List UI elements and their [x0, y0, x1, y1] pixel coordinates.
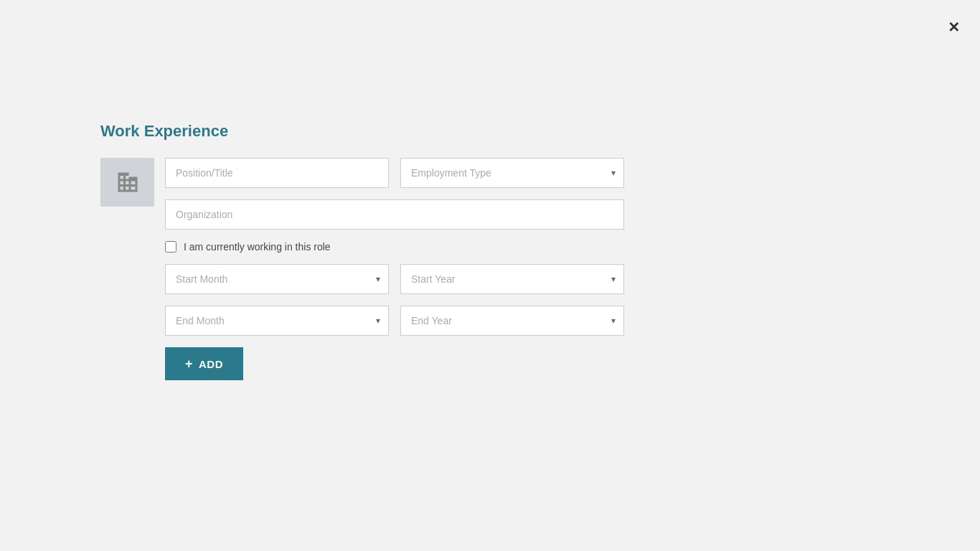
end-month-wrapper: End Month January February March April M… [165, 306, 389, 336]
employment-type-wrapper: Employment Type Full-time Part-time Cont… [400, 158, 624, 188]
building-icon [115, 169, 141, 195]
organization-field-wrapper [165, 199, 624, 230]
add-button-label: ADD [199, 358, 223, 370]
position-input[interactable] [165, 158, 389, 188]
current-role-checkbox[interactable] [165, 241, 176, 253]
current-role-checkbox-row: I am currently working in this role [165, 241, 624, 253]
employment-type-select[interactable]: Employment Type Full-time Part-time Cont… [400, 158, 624, 188]
start-year-select[interactable]: Start Year 202420232022 202120202019 201… [400, 264, 624, 294]
current-role-label: I am currently working in this role [184, 241, 331, 253]
add-button[interactable]: + ADD [165, 347, 243, 380]
plus-icon: + [185, 357, 193, 370]
start-month-select[interactable]: Start Month January February March April… [165, 264, 389, 294]
start-year-wrapper: Start Year 202420232022 202120202019 201… [400, 264, 624, 294]
position-field-wrapper [165, 158, 389, 188]
end-date-row: End Month January February March April M… [165, 306, 624, 336]
close-button[interactable]: ✕ [948, 20, 960, 34]
start-date-row: Start Month January February March April… [165, 264, 624, 294]
add-button-wrapper: + ADD [165, 347, 624, 380]
work-experience-form: Work Experience Employment Type Full-tim… [100, 122, 624, 380]
company-icon [100, 158, 154, 207]
end-year-wrapper: End Year 202420232022 202120202019 20182… [400, 306, 624, 336]
start-month-wrapper: Start Month January February March April… [165, 264, 389, 294]
position-employment-row: Employment Type Full-time Part-time Cont… [165, 158, 624, 188]
form-title: Work Experience [100, 122, 624, 141]
organization-input[interactable] [165, 199, 624, 230]
fields-area: Employment Type Full-time Part-time Cont… [165, 158, 624, 380]
form-icon-row: Employment Type Full-time Part-time Cont… [100, 158, 624, 380]
end-month-select[interactable]: End Month January February March April M… [165, 306, 389, 336]
end-year-select[interactable]: End Year 202420232022 202120202019 20182… [400, 306, 624, 336]
